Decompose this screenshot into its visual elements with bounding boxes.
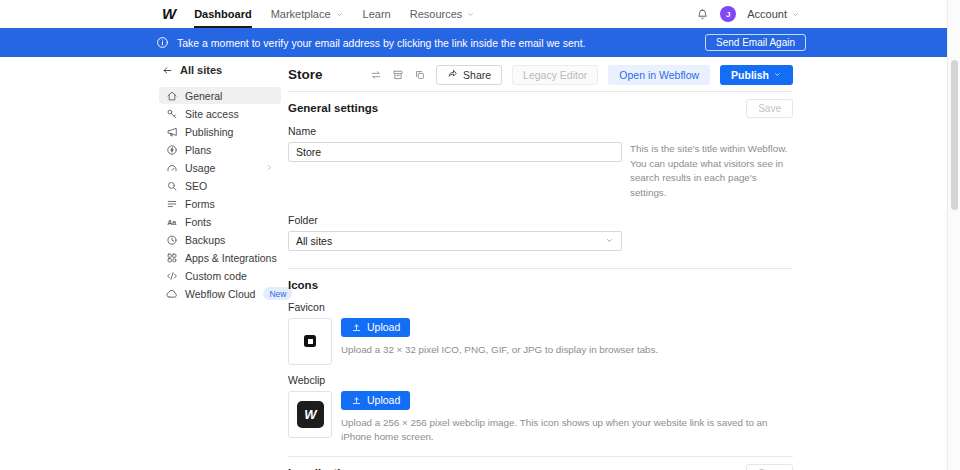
- legacy-editor-button[interactable]: Legacy Editor: [512, 65, 598, 85]
- main-content: Store Share Legacy Editor Open in Webflo…: [288, 57, 793, 470]
- name-help-text: This is the site's title within Webflow.…: [630, 142, 790, 201]
- publish-button[interactable]: Publish: [720, 65, 793, 85]
- webclip-preview: W: [288, 391, 332, 438]
- nav-item-resources[interactable]: Resources: [410, 0, 476, 28]
- folder-select[interactable]: All sites: [288, 231, 622, 251]
- notifications-bell-icon[interactable]: [696, 8, 709, 21]
- arrow-left-icon: [162, 65, 173, 76]
- folder-field-label: Folder: [288, 214, 793, 226]
- duplicate-icon[interactable]: [414, 69, 426, 81]
- favicon-upload-button[interactable]: Upload: [341, 318, 410, 337]
- site-header: Store Share Legacy Editor Open in Webflo…: [288, 57, 793, 86]
- open-in-webflow-button[interactable]: Open in Webflow: [608, 65, 710, 85]
- gauge-icon: [166, 162, 178, 174]
- settings-sidebar: All sites GeneralSite accessPublishingPl…: [159, 64, 281, 303]
- sidebar-item-site-access[interactable]: Site access: [159, 105, 281, 122]
- webflow-logo[interactable]: W: [162, 0, 175, 28]
- nav-item-marketplace[interactable]: Marketplace: [271, 0, 344, 28]
- header-action-icons: [370, 69, 426, 81]
- chevron-down-icon: [773, 70, 782, 79]
- back-to-all-sites[interactable]: All sites: [159, 64, 281, 76]
- webclip-help-text: Upload a 256 × 256 pixel webclip image. …: [341, 416, 793, 445]
- name-field-label: Name: [288, 125, 793, 137]
- icons-section-header: Icons: [288, 275, 793, 295]
- webclip-upload-button[interactable]: Upload: [341, 391, 410, 410]
- localization-save-button[interactable]: Save: [746, 464, 793, 470]
- history-icon: [166, 234, 178, 246]
- site-name-input[interactable]: [288, 142, 622, 162]
- section-title-icons: Icons: [288, 279, 318, 291]
- back-label: All sites: [180, 64, 222, 76]
- sidebar-item-fonts[interactable]: AaFonts: [159, 213, 281, 230]
- scrollbar-thumb[interactable]: [951, 60, 958, 210]
- nav-item-dashboard[interactable]: Dashboard: [194, 0, 251, 28]
- divider: [288, 268, 793, 269]
- chevron-down-icon: [335, 10, 344, 19]
- plans-icon: [166, 144, 178, 156]
- apps-icon: [166, 252, 178, 264]
- archive-icon[interactable]: [392, 69, 404, 81]
- chevron-down-icon: [791, 10, 800, 19]
- sidebar-item-plans[interactable]: Plans: [159, 141, 281, 158]
- general-save-button[interactable]: Save: [746, 99, 793, 118]
- localization-section-header: Localization Save: [288, 463, 793, 470]
- divider: [288, 456, 793, 457]
- account-menu[interactable]: Account: [747, 8, 800, 20]
- upload-icon: [351, 322, 362, 333]
- megaphone-icon: [166, 126, 178, 138]
- favicon-help-text: Upload a 32 × 32 pixel ICO, PNG, GIF, or…: [341, 343, 793, 358]
- sidebar-item-publishing[interactable]: Publishing: [159, 123, 281, 140]
- transfer-icon[interactable]: [370, 69, 382, 81]
- top-nav-bar: W DashboardMarketplaceLearnResources J A…: [0, 0, 960, 28]
- upload-icon: [351, 395, 362, 406]
- search-icon: [166, 180, 178, 192]
- sidebar-item-forms[interactable]: Forms: [159, 195, 281, 212]
- fonts-icon: Aa: [166, 216, 178, 228]
- general-settings-section-header: General settings Save: [288, 98, 793, 118]
- favicon-image: [304, 335, 316, 347]
- page-title: Store: [288, 67, 323, 82]
- webclip-label: Webclip: [288, 374, 793, 386]
- webclip-row: W Upload Upload a 256 × 256 pixel webcli…: [288, 391, 793, 445]
- sidebar-item-webflow-cloud[interactable]: Webflow CloudNew: [159, 285, 281, 302]
- cloud-icon: [166, 288, 178, 300]
- share-button[interactable]: Share: [436, 65, 502, 85]
- sidebar-item-backups[interactable]: Backups: [159, 231, 281, 248]
- divider: [288, 91, 793, 92]
- sidebar-items: GeneralSite accessPublishingPlansUsageSE…: [159, 87, 281, 302]
- share-icon: [447, 69, 458, 80]
- sidebar-item-general[interactable]: General: [159, 87, 281, 104]
- home-icon: [166, 90, 178, 102]
- forms-icon: [166, 198, 178, 210]
- key-icon: [166, 108, 178, 120]
- scrollbar-track: [947, 0, 960, 470]
- chevron-down-icon: [466, 10, 475, 19]
- avatar[interactable]: J: [720, 6, 736, 22]
- svg-text:Aa: Aa: [167, 218, 176, 226]
- sidebar-item-usage[interactable]: Usage: [159, 159, 281, 176]
- sidebar-item-seo[interactable]: SEO: [159, 177, 281, 194]
- sidebar-item-apps-integrations[interactable]: Apps & Integrations: [159, 249, 281, 266]
- webclip-image: W: [297, 401, 324, 428]
- chevron-right-icon: [265, 163, 274, 172]
- nav-item-learn[interactable]: Learn: [363, 0, 391, 28]
- account-label: Account: [747, 8, 787, 20]
- section-title-general: General settings: [288, 102, 378, 114]
- topnav-items: DashboardMarketplaceLearnResources: [194, 0, 475, 28]
- banner-text: Take a moment to verify your email addre…: [177, 37, 586, 49]
- verify-email-banner: Take a moment to verify your email addre…: [0, 28, 960, 57]
- sidebar-item-custom-code[interactable]: Custom code: [159, 267, 281, 284]
- send-email-again-button[interactable]: Send Email Again: [705, 34, 806, 51]
- favicon-label: Favicon: [288, 301, 793, 313]
- code-icon: [166, 270, 178, 282]
- chevron-down-icon: [605, 236, 614, 245]
- info-icon: [156, 36, 169, 49]
- favicon-row: Upload Upload a 32 × 32 pixel ICO, PNG, …: [288, 318, 793, 365]
- favicon-preview: [288, 318, 332, 365]
